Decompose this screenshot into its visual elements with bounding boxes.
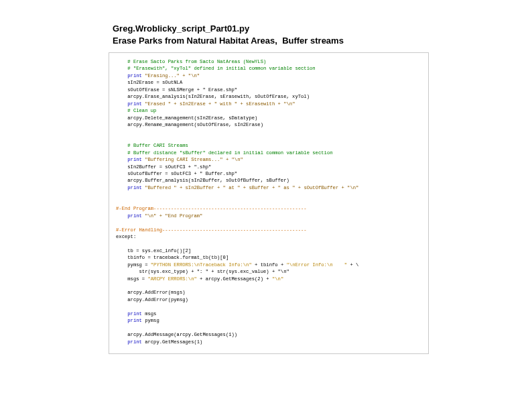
code-section: #-End Program---------------------------…: [116, 206, 307, 211]
code-line: pymsg =: [127, 262, 151, 268]
code-string: "ARCPY ERRORS:\n": [147, 276, 196, 282]
code-line: arcpy.Erase_analysis(sIn2Erase, sErasewi…: [127, 94, 310, 99]
code-line: arcpy.Buffer_analysis(sIn2Buffer, sOutOf…: [127, 178, 289, 183]
code-line: arcpy.GetMessages(1): [142, 339, 203, 345]
code-line: str(sys.exc_type) + ": " + str(sys.exc_v…: [127, 269, 289, 274]
code-comment: # Clean up: [127, 108, 156, 113]
code-line: arcpy.AddError(msgs): [127, 290, 185, 295]
code-line: tbinfo = traceback.format_tb(tb)[0]: [127, 255, 228, 260]
code-keyword: print: [127, 311, 142, 317]
code-line: tb = sys.exc_info()[2]: [127, 248, 191, 253]
code-string: "Buffered " + sIn2Buffer + " at " + sBuf…: [142, 185, 359, 190]
title-line-1: Greg.Wroblicky_script_Part01.py: [113, 23, 344, 35]
code-line: sIn2Erase = sOutNLA: [127, 80, 182, 85]
code-string: "PYTHON ERRORS:\nTraceback Info:\n": [151, 262, 252, 268]
code-line: + tbinfo +: [252, 262, 287, 268]
code-keyword: print: [127, 185, 142, 190]
title-line-2: Erase Parks from Natural Habitat Areas, …: [113, 35, 344, 47]
code-comment: # "Erasewith", "xyTol" defined in initia…: [127, 66, 315, 71]
code-line: msgs =: [127, 276, 147, 282]
code-string: "\nError Info:\n ": [287, 262, 348, 268]
code-string: "Erased " + sIn2Erase + " with " + sEras…: [142, 101, 295, 107]
code-screenshot: # Erase Sacto Parks from Sacto NatAreas …: [109, 52, 429, 354]
code-line: sOutOfErase = sNLSMerge + " Erase.shp": [127, 87, 237, 93]
code-comment: # Buffer distance "sBuffer" declared in …: [127, 150, 332, 156]
code-block: # Erase Sacto Parks from Sacto NatAreas …: [116, 58, 421, 345]
slide-title: Greg.Wroblicky_script_Part01.py Erase Pa…: [113, 23, 344, 46]
code-line: arcpy.Rename_management(sOutOfErase, sIn…: [127, 122, 263, 127]
code-section: #-Error Handling------------------------…: [116, 227, 307, 233]
code-string: "\n": [272, 276, 283, 282]
code-string: "\n" + "End Program": [142, 213, 203, 219]
code-line: pymsg: [142, 318, 159, 323]
code-string: "Erasing..." + "\n": [142, 73, 200, 78]
code-line: sIn2Buffer = sOutFC3 + ".shp": [127, 164, 211, 170]
code-line: msgs: [142, 311, 157, 317]
code-keyword: print: [127, 157, 142, 162]
code-line: arcpy.AddMessage(arcpy.GetMessages(1)): [127, 332, 237, 337]
code-keyword: print: [127, 101, 142, 107]
code-line: arcpy.Delete_management(sIn2Erase, sData…: [127, 115, 257, 121]
code-comment: # Erase Sacto Parks from Sacto NatAreas …: [127, 59, 266, 64]
code-line: + \: [347, 262, 358, 268]
code-keyword: print: [127, 73, 142, 78]
code-comment: # Buffer CARI Streams: [127, 143, 188, 148]
code-keyword: print: [127, 213, 142, 219]
code-keyword: print: [127, 339, 142, 345]
slide: Greg.Wroblicky_script_Part01.py Erase Pa…: [0, 0, 532, 399]
code-line: + arcpy.GetMessages(2) +: [197, 276, 272, 282]
code-string: "Buffering CARI Streams..." + "\n": [142, 157, 243, 162]
code-keyword: print: [127, 318, 142, 323]
code-line: arcpy.AddError(pymsg): [127, 297, 188, 302]
code-line: except:: [116, 234, 136, 239]
code-line: sOutofBuffer = sOutFC3 + " Buffer.shp": [127, 171, 237, 176]
